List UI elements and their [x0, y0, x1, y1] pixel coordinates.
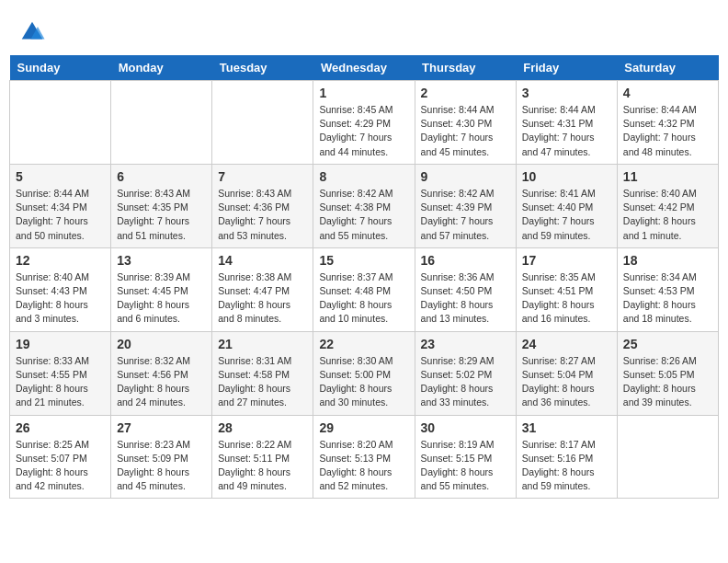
day-cell: 11Sunrise: 8:40 AMSunset: 4:42 PMDayligh… — [617, 164, 718, 247]
day-cell — [111, 81, 212, 165]
day-number: 7 — [218, 169, 307, 184]
logo — [18, 18, 50, 46]
day-number: 6 — [117, 169, 206, 184]
day-number: 22 — [319, 337, 408, 351]
day-info: Sunrise: 8:37 AMSunset: 4:48 PMDaylight:… — [319, 270, 408, 327]
day-info: Sunrise: 8:41 AMSunset: 4:40 PMDaylight:… — [522, 187, 611, 243]
calendar-table: SundayMondayTuesdayWednesdayThursdayFrid… — [9, 55, 719, 499]
header-friday: Friday — [516, 55, 617, 81]
day-cell: 13Sunrise: 8:39 AMSunset: 4:45 PMDayligh… — [111, 247, 212, 331]
week-row-4: 26Sunrise: 8:25 AMSunset: 5:07 PMDayligh… — [10, 415, 719, 499]
day-cell: 20Sunrise: 8:32 AMSunset: 4:56 PMDayligh… — [111, 331, 212, 415]
day-cell: 18Sunrise: 8:34 AMSunset: 4:53 PMDayligh… — [617, 247, 718, 331]
day-cell: 9Sunrise: 8:42 AMSunset: 4:39 PMDaylight… — [415, 164, 516, 247]
day-cell — [10, 81, 111, 165]
day-cell: 24Sunrise: 8:27 AMSunset: 5:04 PMDayligh… — [516, 331, 617, 415]
day-cell: 4Sunrise: 8:44 AMSunset: 4:32 PMDaylight… — [617, 81, 718, 165]
day-number: 20 — [117, 337, 206, 351]
day-number: 16 — [421, 253, 510, 268]
day-cell: 23Sunrise: 8:29 AMSunset: 5:02 PMDayligh… — [415, 331, 516, 415]
day-number: 31 — [522, 420, 611, 435]
day-number: 28 — [218, 420, 307, 435]
day-info: Sunrise: 8:31 AMSunset: 4:58 PMDaylight:… — [218, 354, 307, 410]
day-cell: 10Sunrise: 8:41 AMSunset: 4:40 PMDayligh… — [516, 164, 617, 247]
day-number: 17 — [522, 253, 611, 268]
day-info: Sunrise: 8:17 AMSunset: 5:16 PMDaylight:… — [522, 438, 611, 494]
day-cell: 1Sunrise: 8:45 AMSunset: 4:29 PMDaylight… — [313, 81, 415, 165]
day-info: Sunrise: 8:44 AMSunset: 4:30 PMDaylight:… — [421, 103, 510, 159]
day-cell: 22Sunrise: 8:30 AMSunset: 5:00 PMDayligh… — [313, 331, 415, 415]
day-info: Sunrise: 8:40 AMSunset: 4:43 PMDaylight:… — [16, 270, 105, 327]
day-cell: 26Sunrise: 8:25 AMSunset: 5:07 PMDayligh… — [10, 415, 111, 499]
day-info: Sunrise: 8:27 AMSunset: 5:04 PMDaylight:… — [522, 354, 611, 410]
day-number: 10 — [522, 169, 611, 184]
day-number: 15 — [319, 253, 408, 268]
calendar-body: 1Sunrise: 8:45 AMSunset: 4:29 PMDaylight… — [10, 81, 719, 499]
day-cell: 27Sunrise: 8:23 AMSunset: 5:09 PMDayligh… — [111, 415, 212, 499]
day-cell: 7Sunrise: 8:43 AMSunset: 4:36 PMDaylight… — [212, 164, 313, 247]
day-number: 25 — [623, 337, 712, 351]
day-number: 26 — [16, 420, 105, 435]
day-info: Sunrise: 8:34 AMSunset: 4:53 PMDaylight:… — [623, 270, 712, 327]
day-info: Sunrise: 8:42 AMSunset: 4:39 PMDaylight:… — [421, 187, 510, 243]
week-row-0: 1Sunrise: 8:45 AMSunset: 4:29 PMDaylight… — [10, 81, 719, 165]
day-cell: 5Sunrise: 8:44 AMSunset: 4:34 PMDaylight… — [10, 164, 111, 247]
day-info: Sunrise: 8:22 AMSunset: 5:11 PMDaylight:… — [218, 438, 307, 494]
day-cell — [212, 81, 313, 165]
day-cell: 30Sunrise: 8:19 AMSunset: 5:15 PMDayligh… — [415, 415, 516, 499]
day-cell: 8Sunrise: 8:42 AMSunset: 4:38 PMDaylight… — [313, 164, 415, 247]
day-info: Sunrise: 8:44 AMSunset: 4:34 PMDaylight:… — [16, 187, 105, 243]
day-number: 27 — [117, 420, 206, 435]
day-number: 19 — [16, 337, 105, 351]
logo-icon — [18, 18, 46, 46]
day-cell: 25Sunrise: 8:26 AMSunset: 5:05 PMDayligh… — [617, 331, 718, 415]
day-info: Sunrise: 8:32 AMSunset: 4:56 PMDaylight:… — [117, 354, 206, 410]
day-cell: 31Sunrise: 8:17 AMSunset: 5:16 PMDayligh… — [516, 415, 617, 499]
day-info: Sunrise: 8:39 AMSunset: 4:45 PMDaylight:… — [117, 270, 206, 327]
header-wednesday: Wednesday — [313, 55, 415, 81]
day-cell: 3Sunrise: 8:44 AMSunset: 4:31 PMDaylight… — [516, 81, 617, 165]
day-cell: 21Sunrise: 8:31 AMSunset: 4:58 PMDayligh… — [212, 331, 313, 415]
day-cell: 2Sunrise: 8:44 AMSunset: 4:30 PMDaylight… — [415, 81, 516, 165]
day-number: 21 — [218, 337, 307, 351]
day-info: Sunrise: 8:33 AMSunset: 4:55 PMDaylight:… — [16, 354, 105, 410]
day-info: Sunrise: 8:43 AMSunset: 4:35 PMDaylight:… — [117, 187, 206, 243]
day-info: Sunrise: 8:30 AMSunset: 5:00 PMDaylight:… — [319, 354, 408, 410]
day-info: Sunrise: 8:25 AMSunset: 5:07 PMDaylight:… — [16, 438, 105, 494]
header-saturday: Saturday — [617, 55, 718, 81]
header-row: SundayMondayTuesdayWednesdayThursdayFrid… — [10, 55, 719, 81]
day-info: Sunrise: 8:43 AMSunset: 4:36 PMDaylight:… — [218, 187, 307, 243]
day-info: Sunrise: 8:20 AMSunset: 5:13 PMDaylight:… — [319, 438, 408, 494]
day-number: 14 — [218, 253, 307, 268]
day-cell: 17Sunrise: 8:35 AMSunset: 4:51 PMDayligh… — [516, 247, 617, 331]
week-row-3: 19Sunrise: 8:33 AMSunset: 4:55 PMDayligh… — [10, 331, 719, 415]
day-number: 18 — [623, 253, 712, 268]
day-number: 23 — [421, 337, 510, 351]
day-cell — [617, 415, 718, 499]
day-cell: 6Sunrise: 8:43 AMSunset: 4:35 PMDaylight… — [111, 164, 212, 247]
day-info: Sunrise: 8:36 AMSunset: 4:50 PMDaylight:… — [421, 270, 510, 327]
day-number: 12 — [16, 253, 105, 268]
day-number: 2 — [421, 86, 510, 100]
day-info: Sunrise: 8:42 AMSunset: 4:38 PMDaylight:… — [319, 187, 408, 243]
day-info: Sunrise: 8:44 AMSunset: 4:32 PMDaylight:… — [623, 103, 712, 159]
day-number: 30 — [421, 420, 510, 435]
day-number: 29 — [319, 420, 408, 435]
day-cell: 28Sunrise: 8:22 AMSunset: 5:11 PMDayligh… — [212, 415, 313, 499]
day-info: Sunrise: 8:19 AMSunset: 5:15 PMDaylight:… — [421, 438, 510, 494]
calendar-header: SundayMondayTuesdayWednesdayThursdayFrid… — [10, 55, 719, 81]
day-number: 3 — [522, 86, 611, 100]
day-cell: 16Sunrise: 8:36 AMSunset: 4:50 PMDayligh… — [415, 247, 516, 331]
header-sunday: Sunday — [10, 55, 111, 81]
day-number: 1 — [319, 86, 408, 100]
day-info: Sunrise: 8:35 AMSunset: 4:51 PMDaylight:… — [522, 270, 611, 327]
day-info: Sunrise: 8:23 AMSunset: 5:09 PMDaylight:… — [117, 438, 206, 494]
day-info: Sunrise: 8:44 AMSunset: 4:31 PMDaylight:… — [522, 103, 611, 159]
day-cell: 14Sunrise: 8:38 AMSunset: 4:47 PMDayligh… — [212, 247, 313, 331]
day-info: Sunrise: 8:40 AMSunset: 4:42 PMDaylight:… — [623, 187, 712, 243]
day-number: 13 — [117, 253, 206, 268]
day-number: 4 — [623, 86, 712, 100]
header-monday: Monday — [111, 55, 212, 81]
header-tuesday: Tuesday — [212, 55, 313, 81]
day-number: 11 — [623, 169, 712, 184]
